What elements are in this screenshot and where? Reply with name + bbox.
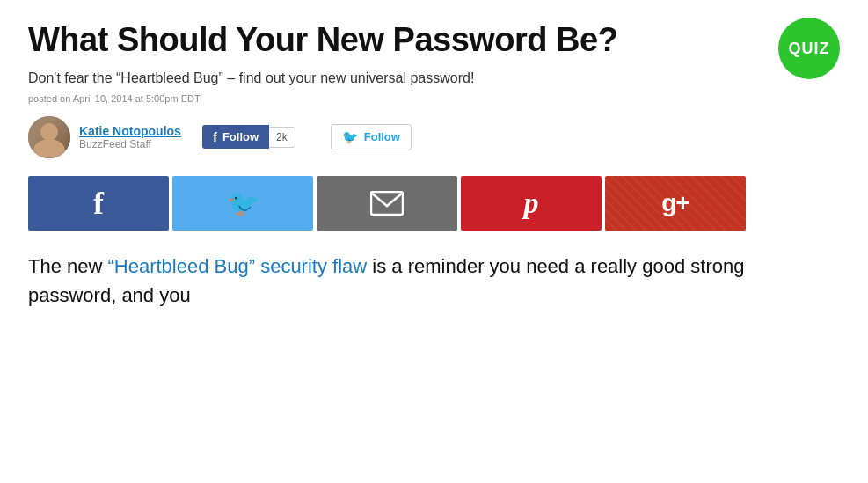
share-googleplus-icon: g+ — [661, 189, 689, 217]
author-row: Katie Notopoulos BuzzFeed Staff f Follow… — [28, 116, 840, 158]
posted-date: posted on April 10, 2014 at 5:00pm EDT — [28, 93, 840, 104]
article-title: What Should Your New Password Be? — [28, 21, 714, 60]
heartbleed-link[interactable]: “Heartbleed Bug” security flaw — [108, 255, 368, 277]
share-facebook-button[interactable]: f — [28, 176, 169, 231]
facebook-icon: f — [213, 129, 217, 144]
mail-icon — [370, 191, 404, 216]
fb-follow-button[interactable]: f Follow — [202, 125, 269, 149]
article-intro-before: The new — [28, 255, 108, 277]
fb-count: 2k — [269, 127, 295, 148]
avatar-image — [28, 116, 70, 158]
share-email-button[interactable] — [317, 176, 457, 231]
share-facebook-icon: f — [93, 185, 104, 222]
author-details: Katie Notopoulos BuzzFeed Staff — [79, 124, 181, 150]
share-bar: f 🐦 p g+ — [28, 176, 840, 231]
article-subtitle: Don't fear the “Heartbleed Bug” – find o… — [28, 70, 840, 86]
author-name[interactable]: Katie Notopoulos — [79, 124, 181, 138]
share-twitter-button[interactable]: 🐦 — [172, 176, 313, 231]
fb-follow-label: Follow — [222, 130, 259, 143]
share-googleplus-button[interactable]: g+ — [605, 176, 746, 231]
page-container: QUIZ What Should Your New Password Be? D… — [0, 0, 868, 331]
article-intro: The new “Heartbleed Bug” security flaw i… — [28, 252, 820, 310]
author-avatar — [28, 116, 70, 158]
share-pinterest-icon: p — [524, 187, 539, 220]
share-twitter-icon: 🐦 — [227, 187, 259, 218]
author-role: BuzzFeed Staff — [79, 138, 181, 150]
quiz-badge-label: QUIZ — [789, 40, 830, 58]
fb-follow-group: f Follow 2k — [202, 125, 295, 149]
share-pinterest-button[interactable]: p — [461, 176, 602, 231]
author-info: Katie Notopoulos BuzzFeed Staff — [28, 116, 181, 158]
twitter-icon: 🐦 — [342, 129, 359, 145]
quiz-badge: QUIZ — [778, 18, 840, 79]
tw-follow-label: Follow — [364, 130, 400, 143]
tw-follow-button[interactable]: 🐦 Follow — [331, 124, 412, 150]
